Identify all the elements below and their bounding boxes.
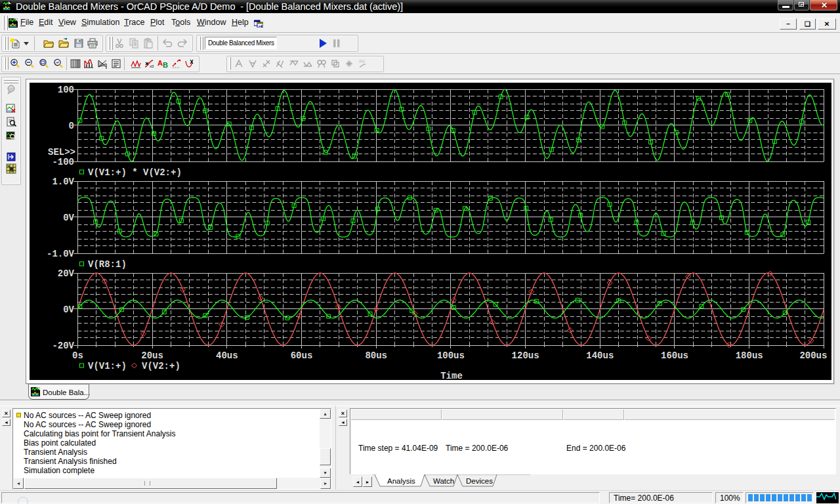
svg-text:120us: 120us — [512, 350, 539, 361]
svg-text:180us: 180us — [736, 350, 763, 361]
svg-text:100us: 100us — [437, 350, 465, 361]
svg-text:1.0V: 1.0V — [52, 177, 74, 187]
svg-text:140us: 140us — [586, 350, 614, 361]
svg-text:(0,i): (0,i) — [359, 59, 365, 63]
svg-text:Watch: Watch — [433, 477, 454, 485]
svg-text:-1.0V: -1.0V — [47, 249, 75, 259]
svg-text:0: 0 — [69, 121, 74, 131]
svg-text:160us: 160us — [661, 350, 688, 361]
svg-text:V(R8:1): V(R8:1) — [88, 259, 127, 270]
svg-text:60us: 60us — [291, 350, 313, 361]
svg-text:x0: x0 — [150, 64, 154, 68]
svg-text:V(V1:+): V(V1:+) — [88, 361, 127, 371]
svg-text:-100: -100 — [52, 157, 74, 167]
svg-text:100: 100 — [58, 85, 74, 95]
svg-text:200us: 200us — [799, 350, 827, 361]
svg-text:V(V1:+) * V(V2:+): V(V1:+) * V(V2:+) — [88, 167, 182, 178]
svg-text:V(V2:+): V(V2:+) — [142, 361, 180, 371]
svg-text:-20V: -20V — [52, 341, 74, 351]
svg-text:40us: 40us — [216, 350, 238, 361]
svg-text:Analysis: Analysis — [387, 477, 415, 485]
svg-text:Time: Time — [440, 371, 463, 380]
svg-text:80us: 80us — [365, 350, 387, 361]
svg-text:0V: 0V — [63, 213, 74, 223]
svg-text:A: A — [158, 59, 163, 67]
svg-text:Devices: Devices — [466, 477, 493, 485]
svg-text:20us: 20us — [141, 350, 163, 361]
svg-text:SEL>>: SEL>> — [48, 147, 75, 158]
svg-text:0s: 0s — [72, 350, 83, 361]
svg-text:20V: 20V — [58, 268, 75, 279]
svg-text:0V: 0V — [63, 304, 74, 315]
svg-text:B: B — [163, 61, 168, 69]
